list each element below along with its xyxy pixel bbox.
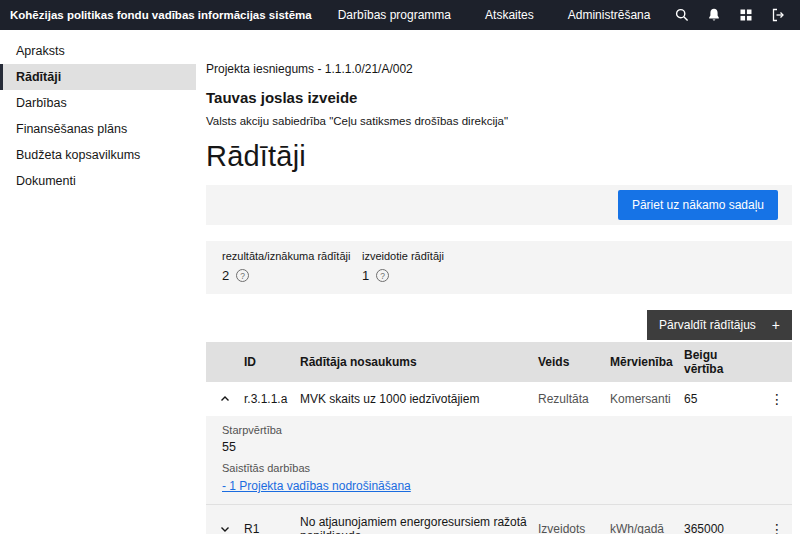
- table-row: R1 No atjaunojamiem energoresursiem ražo…: [206, 504, 792, 534]
- info-icon[interactable]: ?: [236, 269, 249, 282]
- notifications-bell-icon[interactable]: [706, 7, 722, 23]
- info-icon[interactable]: ?: [376, 269, 389, 282]
- applicant-name: Valsts akciju sabiedrība "Ceļu satiksmes…: [206, 115, 792, 127]
- stat-label: izveidotie rādītāji: [362, 250, 502, 262]
- cell-unit: kWh/gadā: [610, 512, 684, 534]
- cell-type: Izveidots: [538, 512, 610, 534]
- table-row: r.3.1.1.a MVK skaits uz 1000 iedzīvotāji…: [206, 382, 792, 416]
- column-header-name: Rādītāja nosaukums: [300, 349, 538, 375]
- column-header-final-value: Beigu vērtība: [684, 342, 762, 382]
- header-spacer: [762, 356, 792, 368]
- main-content: Projekta iesniegums - 1.1.1.0/21/A/002 T…: [196, 30, 800, 534]
- cell-menu: ⋮: [762, 512, 792, 534]
- stat-value: 2: [222, 268, 229, 283]
- app-switcher-grid-icon[interactable]: [738, 7, 754, 23]
- nav-item-darbibas-programma[interactable]: Darbības programma: [338, 8, 451, 22]
- column-header-id: ID: [244, 349, 300, 375]
- nav-item-atskaites[interactable]: Atskaites: [485, 8, 534, 22]
- column-header-type: Veids: [538, 349, 610, 375]
- stat-value-row: 1 ?: [362, 268, 502, 283]
- sidebar-item-budzeta-kopsavilkums[interactable]: Budžeta kopsavilkums: [0, 142, 196, 168]
- cell-unit: Komersanti: [610, 382, 684, 416]
- cell-name: No atjaunojamiem energoresursiem ražotā …: [300, 505, 538, 534]
- app-title: Kohēzijas politikas fondu vadības inform…: [10, 9, 312, 21]
- sidebar-item-darbibas[interactable]: Darbības: [0, 90, 196, 116]
- chevron-down-icon[interactable]: [219, 523, 231, 534]
- next-section-panel: Pāriet uz nākamo sadaļu: [206, 185, 792, 225]
- project-title: Tauvas joslas izveide: [206, 89, 792, 106]
- manage-indicators-label: Pārvaldīt rādītājus: [659, 318, 756, 332]
- stats-panel: rezultāta/iznākuma rādītāji 2 ? izveidot…: [206, 241, 792, 294]
- search-icon[interactable]: [674, 7, 690, 23]
- stat-value: 1: [362, 268, 369, 283]
- sidebar: Apraksts Rādītāji Darbības Finansēšanas …: [0, 30, 196, 534]
- sidebar-item-dokumenti[interactable]: Dokumenti: [0, 168, 196, 194]
- plus-icon: +: [772, 318, 780, 332]
- manage-indicators-button[interactable]: Pārvaldīt rādītājus +: [647, 310, 792, 340]
- interim-value: 55: [222, 440, 776, 455]
- topbar-icons: [674, 7, 786, 23]
- cell-id: R1: [244, 512, 300, 534]
- sidebar-item-apraksts[interactable]: Apraksts: [0, 38, 196, 64]
- nav-item-administresana[interactable]: Administrēšana: [568, 8, 651, 22]
- stat-value-row: 2 ?: [222, 268, 362, 283]
- interim-value-label: Starpvērtība: [222, 424, 776, 437]
- stat-result-indicators: rezultāta/iznākuma rādītāji 2 ?: [222, 250, 362, 283]
- cell-expand: [206, 383, 244, 415]
- cell-type: Rezultāta: [538, 382, 610, 416]
- row-menu-kebab-icon[interactable]: ⋮: [770, 392, 784, 406]
- column-header-unit: Mērvienība: [610, 349, 684, 375]
- cell-final-value: 365000: [684, 512, 762, 534]
- stat-created-indicators: izveidotie rādītāji 1 ?: [362, 250, 502, 283]
- related-actions-label: Saistītās darbības: [222, 462, 776, 475]
- cell-expand: [206, 513, 244, 534]
- next-section-button[interactable]: Pāriet uz nākamo sadaļu: [618, 190, 778, 220]
- topbar-nav: Darbības programma Atskaites Administrēš…: [338, 8, 651, 22]
- cell-final-value: 65: [684, 382, 762, 416]
- indicators-table: ID Rādītāja nosaukums Veids Mērvienība B…: [206, 342, 792, 534]
- related-action-link[interactable]: - 1 Projekta vadības nodrošināšana: [222, 479, 411, 494]
- page-title: Rādītāji: [206, 140, 792, 173]
- row-menu-kebab-icon[interactable]: ⋮: [770, 522, 784, 534]
- chevron-up-icon[interactable]: [219, 393, 231, 405]
- page-layout: Apraksts Rādītāji Darbības Finansēšanas …: [0, 30, 800, 534]
- breadcrumb: Projekta iesniegums - 1.1.1.0/21/A/002: [206, 62, 792, 76]
- manage-row: Pārvaldīt rādītājus +: [206, 310, 792, 340]
- header-spacer: [206, 356, 244, 368]
- table-header-row: ID Rādītāja nosaukums Veids Mērvienība B…: [206, 342, 792, 382]
- stat-label: rezultāta/iznākuma rādītāji: [222, 250, 362, 262]
- sidebar-item-raditaji[interactable]: Rādītāji: [0, 64, 196, 90]
- cell-id: r.3.1.1.a: [244, 382, 300, 416]
- row-details: Starpvērtība 55 Saistītās darbības - 1 P…: [206, 416, 792, 504]
- topbar: Kohēzijas politikas fondu vadības inform…: [0, 0, 800, 30]
- sidebar-item-finansesanas-plans[interactable]: Finansēšanas plāns: [0, 116, 196, 142]
- cell-name: MVK skaits uz 1000 iedzīvotājiem: [300, 382, 538, 416]
- logout-icon[interactable]: [770, 7, 786, 23]
- app-root: Kohēzijas politikas fondu vadības inform…: [0, 0, 800, 534]
- cell-menu: ⋮: [762, 382, 792, 416]
